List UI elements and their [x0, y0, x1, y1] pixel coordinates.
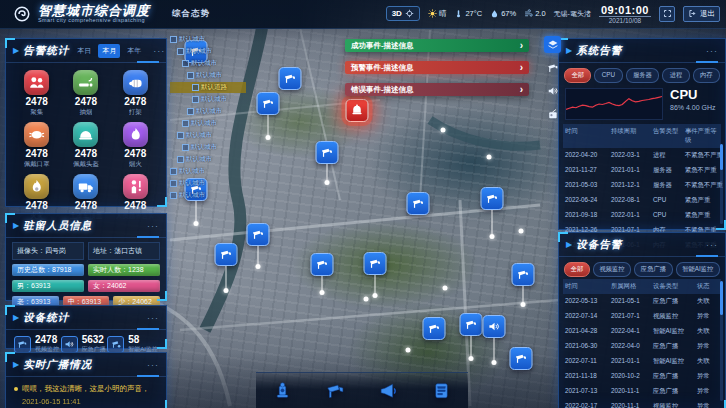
event-card[interactable]: 成功事件-描述信息 ›: [345, 39, 529, 52]
filter-tab[interactable]: 进程: [662, 68, 689, 83]
filter-tab[interactable]: 视频监控: [593, 262, 631, 277]
map-tool-button[interactable]: [544, 82, 561, 99]
filter-tab[interactable]: 内存: [693, 68, 720, 83]
layer-checkbox[interactable]: [187, 108, 194, 115]
layer-tree-item[interactable]: 默认城市: [170, 70, 246, 81]
camera-marker[interactable]: [510, 347, 533, 370]
poi-dot[interactable]: [441, 128, 446, 133]
event-card[interactable]: 预警事件-描述信息 ›: [345, 61, 529, 74]
alarm-stat-item[interactable]: 2478 佩戴头盔: [61, 122, 110, 169]
dock-tool-button[interactable]: [427, 377, 457, 405]
layer-checkbox[interactable]: [177, 156, 184, 163]
dock-tool-button[interactable]: [268, 377, 298, 405]
layer-checkbox[interactable]: [177, 48, 184, 55]
camera-marker[interactable]: [460, 313, 483, 361]
camera-marker[interactable]: [257, 92, 280, 140]
table-row[interactable]: 2021-09-18 2022-01-1 CPU 紧急严重: [563, 208, 721, 223]
camera-marker[interactable]: [481, 187, 504, 239]
layer-tree-item[interactable]: 默认城市: [170, 34, 246, 45]
layer-tree-item[interactable]: 默认城市: [170, 166, 246, 177]
more-options-icon[interactable]: ···: [147, 222, 159, 231]
layer-checkbox[interactable]: [182, 60, 189, 67]
table-row[interactable]: 2021-06-30 2022-04-0 应急广播 异常: [563, 339, 721, 354]
more-options-icon[interactable]: ···: [147, 361, 159, 370]
period-tab[interactable]: 本月: [98, 44, 120, 58]
layer-checkbox[interactable]: [182, 144, 189, 151]
camera-marker[interactable]: [512, 263, 535, 307]
fullscreen-button[interactable]: [659, 6, 675, 22]
table-row[interactable]: 2022-05-13 2021-05-1 应急广播 失联: [563, 294, 721, 309]
layer-tree-item[interactable]: 默认城市: [170, 154, 246, 165]
alarm-stat-item[interactable]: 2478 佩戴口罩: [12, 122, 61, 169]
event-card[interactable]: 错误事件-描述信息 ›: [345, 83, 529, 96]
camera-marker[interactable]: [316, 141, 339, 185]
scrollbar[interactable]: [720, 144, 723, 224]
layer-checkbox[interactable]: [170, 36, 177, 43]
filter-tab[interactable]: 全部: [564, 68, 591, 83]
table-row[interactable]: 2021-04-28 2022-04-1 智能AI监控 失联: [563, 324, 721, 339]
camera-marker[interactable]: [423, 317, 446, 340]
table-row[interactable]: 2022-07-14 2021-07-1 视频监控 异常: [563, 309, 721, 324]
tab-comprehensive-situation[interactable]: 综合态势: [172, 8, 210, 20]
layer-tree-item[interactable]: 默认城市: [170, 130, 246, 141]
period-tab[interactable]: 本年: [123, 44, 145, 58]
layer-checkbox[interactable]: [170, 168, 177, 175]
table-row[interactable]: 2021-05-03 2021-12-1 服务器 不紧急不严重: [563, 178, 721, 193]
layer-tree-item[interactable]: 默认城市: [170, 106, 246, 117]
layer-tree-item[interactable]: 默认城市: [170, 46, 246, 57]
layer-checkbox[interactable]: [192, 84, 199, 91]
layer-checkbox[interactable]: [170, 180, 177, 187]
poi-dot[interactable]: [406, 348, 411, 353]
view-3d-toggle[interactable]: 3D: [386, 6, 420, 21]
poi-dot[interactable]: [519, 229, 524, 234]
layer-checkbox[interactable]: [182, 120, 189, 127]
table-row[interactable]: 2021-11-27 2021-01-1 服务器 紧急不严重: [563, 163, 721, 178]
layer-tree-item[interactable]: 默认城市: [170, 118, 246, 129]
alarm-stat-item[interactable]: 2478 聚集: [12, 70, 61, 117]
poi-dot[interactable]: [487, 155, 492, 160]
poi-dot[interactable]: [443, 286, 448, 291]
filter-tab[interactable]: 服务器: [626, 68, 660, 83]
layer-tree-item[interactable]: 默认道路: [170, 82, 246, 93]
camera-marker[interactable]: [215, 243, 238, 293]
alarm-stat-item[interactable]: 2478 烟火: [111, 122, 160, 169]
more-options-icon[interactable]: ···: [706, 47, 718, 56]
alarm-stat-item[interactable]: 2478 打架: [111, 70, 160, 117]
more-options-icon[interactable]: ···: [706, 241, 718, 250]
table-row[interactable]: 2022-07-11 2021-01-1 智能AI监控 失联: [563, 354, 721, 369]
layer-checkbox[interactable]: [177, 132, 184, 139]
map-tool-button[interactable]: [544, 105, 561, 122]
filter-tab[interactable]: 智能AI监控: [676, 262, 720, 277]
map-tool-button[interactable]: [544, 59, 561, 76]
period-tab[interactable]: 本日: [73, 44, 95, 58]
layer-checkbox[interactable]: [192, 96, 199, 103]
scrollbar[interactable]: [720, 281, 723, 401]
dock-tool-button[interactable]: [374, 377, 404, 405]
dock-tool-button[interactable]: [321, 377, 351, 405]
camera-marker[interactable]: [247, 223, 270, 269]
filter-tab[interactable]: CPU: [594, 68, 622, 83]
camera-marker[interactable]: [364, 252, 387, 298]
layer-checkbox[interactable]: [170, 192, 177, 199]
layer-tree-item[interactable]: 默认城市: [170, 190, 246, 201]
layer-tree-item[interactable]: 默认城市: [170, 142, 246, 153]
broadcast-message-row[interactable]: 喂喂，我这边清晰，这是小明的声音，: [6, 377, 166, 394]
more-options-icon[interactable]: ···: [153, 47, 165, 56]
layer-tree-item[interactable]: 默认城市: [170, 178, 246, 189]
layer-checkbox[interactable]: [187, 72, 194, 79]
camera-marker[interactable]: [311, 253, 334, 295]
layer-tree-item[interactable]: 默认城市: [170, 58, 246, 69]
alarm-stat-item[interactable]: 2478 抽烟: [61, 70, 110, 117]
speaker-marker[interactable]: [483, 315, 506, 365]
camera-marker[interactable]: [279, 67, 302, 90]
table-row[interactable]: 2022-04-20 2022-03-1 进程 不紧急不严重: [563, 148, 721, 163]
table-row[interactable]: 2021-07-13 2020-11-1 应急广播 异常: [563, 384, 721, 399]
camera-marker[interactable]: [407, 192, 430, 215]
table-row[interactable]: 2022-02-17 2020-11-1 视频监控 异常: [563, 399, 721, 408]
map-tool-button[interactable]: [544, 36, 561, 53]
table-row[interactable]: 2021-11-18 2020-10-2 应急广播 异常: [563, 369, 721, 384]
layer-tree-item[interactable]: 默认城市: [170, 94, 246, 105]
filter-tab[interactable]: 应急广播: [634, 262, 672, 277]
table-row[interactable]: 2022-06-24 2022-08-1 CPU 紧急严重: [563, 193, 721, 208]
more-options-icon[interactable]: ···: [147, 314, 159, 323]
